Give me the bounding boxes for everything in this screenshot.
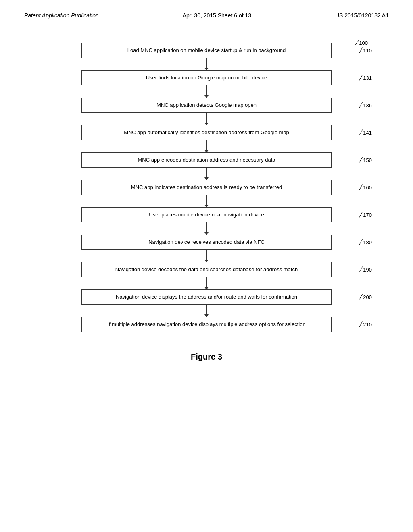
step-text-110: Load MNC application on mobile device st… (127, 47, 286, 54)
page-header: Patent Application Publication Apr. 30, … (24, 12, 389, 19)
flow-item-180: Navigation device receives encoded data … (41, 235, 372, 262)
flow-item-131: User finds location on Google map on mob… (41, 70, 372, 98)
connector-4 (206, 140, 207, 152)
ref-tag-131: ∕ 131 (361, 74, 372, 82)
step-text-131: User finds location on Google map on mob… (146, 75, 267, 81)
ref-tag-150: ∕ 150 (361, 156, 372, 164)
step-box-170: User places mobile device near navigatio… (81, 207, 332, 222)
step-box-131: User finds location on Google map on mob… (81, 70, 332, 85)
flow-item-170: User places mobile device near navigatio… (41, 207, 372, 235)
page: Patent Application Publication Apr. 30, … (0, 0, 413, 532)
connector-3 (206, 113, 207, 125)
ref-tag-141: ∕ 141 (361, 129, 372, 137)
ref-tag-210: ∕ 210 (361, 320, 372, 329)
ref-tag-110: ∕ 110 (361, 46, 372, 55)
step-box-180: Navigation device receives encoded data … (81, 235, 332, 250)
flow-item-160: MNC app indicates destination address is… (41, 180, 372, 207)
connector-1 (206, 58, 207, 70)
step-text-160: MNC app indicates destination address is… (131, 184, 282, 191)
step-box-141: MNC app automatically identifies destina… (81, 125, 332, 140)
ref-tag-136: ∕ 136 (361, 101, 372, 110)
step-box-110: Load MNC application on mobile device st… (81, 43, 332, 58)
flow-item-141: MNC app automatically identifies destina… (41, 125, 372, 152)
header-left: Patent Application Publication (24, 12, 99, 19)
connector-9 (206, 277, 207, 289)
header-center: Apr. 30, 2015 Sheet 6 of 13 (183, 12, 251, 19)
step-text-141: MNC app automatically identifies destina… (124, 129, 289, 136)
ref-tag-170: ∕ 170 (361, 211, 372, 219)
ref-tag-160: ∕ 160 (361, 183, 372, 192)
ref-tag-180: ∕ 180 (361, 238, 372, 247)
step-text-190: Navigation device decodes the data and s… (115, 266, 298, 273)
step-text-150: MNC app encodes destination address and … (138, 157, 275, 164)
flow-diagram: ∕ 100 Load MNC application on mobile dev… (41, 43, 372, 332)
ref-tag-200: ∕ 200 (361, 293, 372, 301)
connector-6 (206, 195, 207, 207)
step-text-136: MNC application detects Google map open (156, 102, 257, 109)
step-box-210: If multiple addresses navigation device … (81, 317, 332, 332)
connector-10 (206, 305, 207, 317)
step-text-200: Navigation device displays the address a… (116, 294, 297, 301)
connector-8 (206, 250, 207, 262)
step-text-210: If multiple addresses navigation device … (107, 321, 305, 328)
flow-item-210: If multiple addresses navigation device … (41, 317, 372, 332)
step-text-180: Navigation device receives encoded data … (148, 239, 265, 246)
step-box-160: MNC app indicates destination address is… (81, 180, 332, 195)
flow-item-200: Navigation device displays the address a… (41, 289, 372, 317)
flow-item-110: Load MNC application on mobile device st… (41, 43, 372, 70)
step-box-200: Navigation device displays the address a… (81, 289, 332, 305)
connector-5 (206, 168, 207, 180)
header-right: US 2015/0120182 A1 (335, 12, 389, 19)
step-box-136: MNC application detects Google map open (81, 98, 332, 113)
flow-item-150: MNC app encodes destination address and … (41, 152, 372, 180)
step-box-150: MNC app encodes destination address and … (81, 152, 332, 168)
step-text-170: User places mobile device near navigatio… (149, 212, 264, 218)
connector-7 (206, 222, 207, 235)
flow-item-136: MNC application detects Google map open … (41, 98, 372, 125)
connector-2 (206, 85, 207, 98)
flow-item-190: Navigation device decodes the data and s… (41, 262, 372, 289)
ref-tag-190: ∕ 190 (361, 266, 372, 274)
figure-caption: Figure 3 (24, 352, 389, 362)
step-box-190: Navigation device decodes the data and s… (81, 262, 332, 277)
